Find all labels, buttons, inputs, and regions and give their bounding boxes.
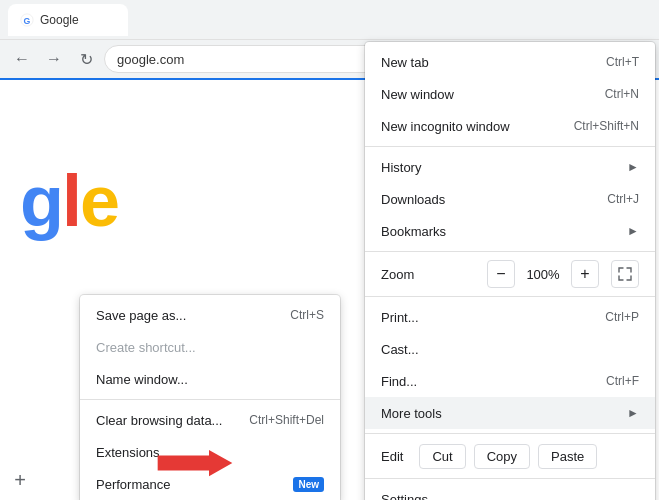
paste-button[interactable]: Paste: [538, 444, 597, 469]
logo-e: e: [80, 161, 118, 241]
omnibox-url: google.com: [117, 52, 184, 67]
zoom-label: Zoom: [381, 267, 487, 282]
fullscreen-button[interactable]: [611, 260, 639, 288]
menu-item-incognito-label: New incognito window: [381, 119, 558, 134]
menu-item-new-tab-shortcut: Ctrl+T: [606, 55, 639, 69]
menu-divider-3: [365, 296, 655, 297]
menu-item-new-window-shortcut: Ctrl+N: [605, 87, 639, 101]
new-tab-button[interactable]: +: [8, 468, 32, 492]
menu-divider-1: [365, 146, 655, 147]
menu-item-downloads-label: Downloads: [381, 192, 591, 207]
context-create-shortcut-label: Create shortcut...: [96, 340, 324, 355]
reload-button[interactable]: ↻: [72, 45, 100, 73]
menu-item-more-tools-label: More tools: [381, 406, 619, 421]
context-item-create-shortcut[interactable]: Create shortcut...: [80, 331, 340, 363]
menu-item-print-shortcut: Ctrl+P: [605, 310, 639, 324]
google-logo: gle: [20, 160, 118, 242]
menu-item-bookmarks[interactable]: Bookmarks ►: [365, 215, 655, 247]
zoom-value: 100%: [523, 267, 563, 282]
menu-item-history[interactable]: History ►: [365, 151, 655, 183]
context-divider-1: [80, 399, 340, 400]
context-clear-browsing-shortcut: Ctrl+Shift+Del: [249, 413, 324, 427]
menu-item-new-window[interactable]: New window Ctrl+N: [365, 78, 655, 110]
menu-item-find-shortcut: Ctrl+F: [606, 374, 639, 388]
menu-item-new-tab[interactable]: New tab Ctrl+T: [365, 46, 655, 78]
new-badge: New: [293, 477, 324, 492]
menu-divider-4: [365, 433, 655, 434]
zoom-plus-button[interactable]: +: [571, 260, 599, 288]
chrome-menu: New tab Ctrl+T New window Ctrl+N New inc…: [365, 42, 655, 500]
tab-title: Google: [40, 13, 79, 27]
context-item-extensions[interactable]: Extensions: [80, 436, 340, 468]
forward-button[interactable]: →: [40, 45, 68, 73]
history-arrow-icon: ►: [627, 160, 639, 174]
menu-item-cast-label: Cast...: [381, 342, 639, 357]
menu-item-bookmarks-label: Bookmarks: [381, 224, 619, 239]
active-tab[interactable]: G Google: [8, 4, 128, 36]
context-save-page-shortcut: Ctrl+S: [290, 308, 324, 322]
context-save-page-label: Save page as...: [96, 308, 290, 323]
context-extensions-label: Extensions: [96, 445, 324, 460]
menu-item-history-label: History: [381, 160, 619, 175]
menu-item-settings[interactable]: Settings: [365, 483, 655, 500]
copy-button[interactable]: Copy: [474, 444, 530, 469]
context-clear-browsing-label: Clear browsing data...: [96, 413, 249, 428]
context-item-save-page[interactable]: Save page as... Ctrl+S: [80, 299, 340, 331]
menu-item-downloads-shortcut: Ctrl+J: [607, 192, 639, 206]
context-name-window-label: Name window...: [96, 372, 324, 387]
menu-item-print[interactable]: Print... Ctrl+P: [365, 301, 655, 333]
bookmarks-arrow-icon: ►: [627, 224, 639, 238]
edit-label: Edit: [381, 449, 403, 464]
menu-item-find[interactable]: Find... Ctrl+F: [365, 365, 655, 397]
context-item-performance[interactable]: Performance New: [80, 468, 340, 500]
cut-button[interactable]: Cut: [419, 444, 465, 469]
back-button[interactable]: ←: [8, 45, 36, 73]
zoom-row: Zoom − 100% +: [365, 256, 655, 292]
tab-bar: G Google: [0, 0, 659, 40]
menu-item-new-window-label: New window: [381, 87, 589, 102]
menu-item-downloads[interactable]: Downloads Ctrl+J: [365, 183, 655, 215]
context-menu: Save page as... Ctrl+S Create shortcut..…: [80, 295, 340, 500]
context-item-clear-browsing[interactable]: Clear browsing data... Ctrl+Shift+Del: [80, 404, 340, 436]
menu-item-print-label: Print...: [381, 310, 589, 325]
menu-item-incognito-shortcut: Ctrl+Shift+N: [574, 119, 639, 133]
edit-row: Edit Cut Copy Paste: [365, 438, 655, 474]
menu-item-settings-label: Settings: [381, 492, 639, 501]
menu-divider-5: [365, 478, 655, 479]
context-performance-label: Performance: [96, 477, 287, 492]
menu-divider-2: [365, 251, 655, 252]
menu-item-find-label: Find...: [381, 374, 590, 389]
menu-item-new-tab-label: New tab: [381, 55, 590, 70]
fullscreen-icon: [618, 267, 632, 281]
zoom-controls: − 100% +: [487, 260, 639, 288]
logo-g: g: [20, 161, 62, 241]
context-item-name-window[interactable]: Name window...: [80, 363, 340, 395]
logo-l: l: [62, 161, 80, 241]
menu-item-more-tools[interactable]: More tools ►: [365, 397, 655, 429]
menu-item-cast[interactable]: Cast...: [365, 333, 655, 365]
menu-item-incognito[interactable]: New incognito window Ctrl+Shift+N: [365, 110, 655, 142]
zoom-minus-button[interactable]: −: [487, 260, 515, 288]
tab-favicon: G: [20, 13, 34, 27]
svg-text:G: G: [24, 15, 31, 25]
more-tools-arrow-icon: ►: [627, 406, 639, 420]
